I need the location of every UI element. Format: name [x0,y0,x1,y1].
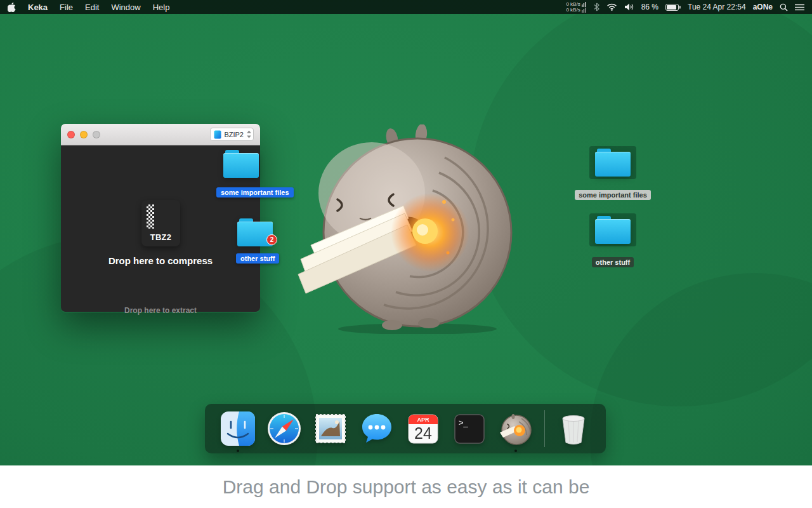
dock-item-keka[interactable] [498,411,534,446]
drag-label-important-files: some important files [216,187,294,197]
calendar-day-label: 24 [414,424,432,442]
net-bars-icon [582,2,587,7]
extract-drop-zone[interactable]: Drop here to extract [61,306,260,315]
dock-item-safari[interactable] [266,411,302,446]
window-titlebar[interactable]: BZIP2 [61,124,260,145]
net-down-label: 0 kB/s [566,8,580,13]
trash-icon [556,411,591,446]
format-dropdown[interactable]: BZIP2 [210,128,254,141]
menu-bar: Keka File Edit Window Help 0 kB/s 0 kB/s [0,0,812,14]
tbz2-file-icon: TBZ2 [141,200,180,246]
volume-icon[interactable] [624,3,634,11]
messages-icon [359,411,395,446]
caption-text: Drag and Drop support as easy as it can … [223,476,590,498]
calendar-month-label: APR [417,417,429,423]
dock-item-trash[interactable] [556,411,591,446]
desktop-label-other-stuff: other stuff [592,257,634,267]
dock-item-finder[interactable] [220,411,256,446]
file-type-label: TBZ2 [141,232,180,242]
menu-help[interactable]: Help [153,3,170,12]
dock-item-terminal[interactable]: >_ [452,411,487,446]
minimize-button[interactable] [80,131,88,138]
compress-drop-zone[interactable]: Drop here to compress [61,255,260,266]
running-indicator [514,450,517,452]
drag-count-badge: 2 [266,234,277,245]
dock-item-mail[interactable] [313,411,348,446]
notification-center-icon[interactable] [795,4,804,11]
desktop-label-important-files: some important files [575,190,651,200]
desktop-folder-other-stuff[interactable]: other stuff [568,213,657,267]
menu-app-name[interactable]: Keka [28,3,48,12]
menu-clock[interactable]: Tue 24 Apr 22:54 [688,3,746,11]
battery-percent-label: 86 % [641,3,658,11]
desktop-folder-important-files[interactable]: some important files [568,146,657,200]
dock-separator [544,410,545,447]
net-bars-icon [582,8,587,13]
folder-icon [595,216,631,244]
format-file-icon [214,130,221,139]
checker-pattern [147,204,154,229]
bluetooth-icon[interactable] [594,3,599,11]
terminal-prompt-label: >_ [459,418,469,427]
apple-menu-icon[interactable] [8,3,16,12]
caption-bar: Drag and Drop support as easy as it can … [0,465,812,508]
calendar-icon: APR 24 [405,411,441,446]
keka-mascot-illustration [297,124,525,334]
close-button[interactable] [67,131,75,138]
dragged-folder-other-stuff[interactable]: 2 [237,218,273,246]
zoom-button[interactable] [93,131,100,138]
drag-label-other-stuff: other stuff [236,253,279,264]
battery-icon[interactable] [665,4,681,11]
finder-icon [220,411,256,446]
stepper-icon [246,130,252,139]
terminal-icon: >_ [452,411,487,446]
mail-icon [313,411,348,446]
net-up-label: 0 kB/s [566,2,580,7]
keka-icon [498,411,534,446]
running-indicator [237,450,239,452]
menu-user-name[interactable]: aONe [753,3,773,11]
network-activity-indicator[interactable]: 0 kB/s 0 kB/s [566,2,586,13]
dock-item-messages[interactable] [359,411,395,446]
selection-highlight [589,213,636,246]
folder-icon [223,150,259,178]
safari-icon [266,411,302,446]
dock: APR 24 >_ [205,404,606,453]
traffic-lights [67,131,100,138]
menu-file[interactable]: File [60,3,73,12]
menu-edit[interactable]: Edit [85,3,99,12]
wifi-icon[interactable] [606,3,617,11]
dock-item-calendar[interactable]: APR 24 [405,411,441,446]
menu-window[interactable]: Window [111,3,140,12]
folder-icon [595,149,631,177]
spotlight-search-icon[interactable] [780,3,788,11]
selection-highlight [589,146,636,179]
dragged-folder-important-files[interactable] [223,150,259,178]
format-value: BZIP2 [224,131,244,138]
desktop: Keka File Edit Window Help 0 kB/s 0 kB/s [0,0,812,508]
